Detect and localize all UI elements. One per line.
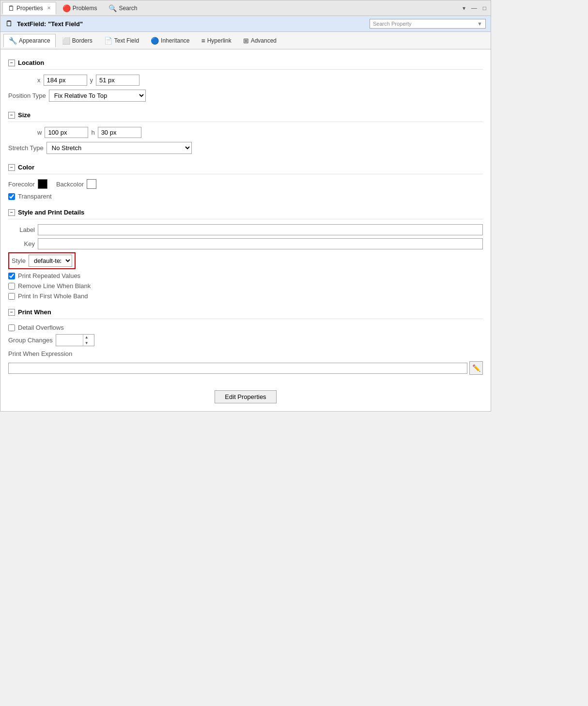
style-print-collapse-btn[interactable]: − <box>8 209 15 216</box>
print-when-expr-input[interactable] <box>8 363 467 374</box>
print-when-expr-row: Print When Expression <box>8 350 483 357</box>
label-field-row: Label <box>8 224 483 235</box>
search-property-placeholder: Search Property <box>373 21 411 27</box>
main-content: − Location x y Position Type Fix Relativ… <box>0 49 491 384</box>
tab-textfield[interactable]: 📄 Text Field <box>99 34 144 47</box>
position-type-select[interactable]: Fix Relative To Top Float Fix Relative T… <box>49 90 146 102</box>
tab-search[interactable]: 🔍 Search <box>103 2 142 15</box>
spinner-down-arrow[interactable]: ▼ <box>83 340 90 346</box>
w-input[interactable] <box>45 127 88 138</box>
edit-properties-button[interactable]: Edit Properties <box>215 390 276 403</box>
size-collapse-btn[interactable]: − <box>8 112 15 119</box>
remove-line-label: Remove Line When Blank <box>18 282 91 290</box>
tab-inheritance[interactable]: 🔵 Inheritance <box>145 34 195 47</box>
y-label: y <box>90 77 93 84</box>
tab-properties[interactable]: 🗒 Properties ✕ <box>2 2 56 15</box>
x-input[interactable] <box>44 75 87 86</box>
tab-borders[interactable]: ⬜ Borders <box>57 34 98 47</box>
color-collapse-btn[interactable]: − <box>8 164 15 171</box>
tab-hyperlink-label: Hyperlink <box>207 37 232 44</box>
key-field-row: Key <box>8 238 483 249</box>
print-when-section-label: Print When <box>18 308 51 316</box>
print-repeated-label: Print Repeated Values <box>18 272 80 279</box>
print-repeated-row: Print Repeated Values <box>8 272 483 279</box>
backcolor-swatch[interactable] <box>87 179 96 189</box>
title-row: 🗒 TextField: "Text Field" Search Propert… <box>0 16 491 32</box>
detail-overflows-label: Detail Overflows <box>18 324 64 331</box>
group-changes-input[interactable] <box>56 335 83 345</box>
search-tab-icon: 🔍 <box>108 4 117 12</box>
group-changes-spinner[interactable]: ▲ ▼ <box>56 334 94 346</box>
print-first-label: Print In First Whole Band <box>18 292 88 300</box>
window-maximize-btn[interactable]: □ <box>480 4 489 13</box>
backcolor-label: Backcolor <box>56 181 84 188</box>
style-print-section-label: Style and Print Details <box>18 209 84 216</box>
location-collapse-btn[interactable]: − <box>8 60 15 66</box>
tab-textfield-label: Text Field <box>114 37 139 44</box>
stretch-type-row: Stretch Type No Stretch Relative To Tall… <box>8 142 483 154</box>
appearance-tab-icon: 🔧 <box>9 37 17 45</box>
bottom-bar: Edit Properties <box>0 384 491 411</box>
color-section-header: − Color <box>8 160 483 174</box>
print-repeated-checkbox[interactable] <box>8 273 15 279</box>
detail-overflows-checkbox[interactable] <box>8 324 15 331</box>
inheritance-tab-icon: 🔵 <box>151 37 159 45</box>
forecolor-swatch[interactable] <box>38 179 47 189</box>
h-input[interactable] <box>98 127 141 138</box>
color-row: Forecolor Backcolor <box>8 179 483 189</box>
advanced-tab-icon: ⊞ <box>243 37 249 45</box>
location-section-header: − Location <box>8 55 483 70</box>
search-dropdown-icon[interactable]: ▼ <box>477 21 482 27</box>
y-input[interactable] <box>96 75 139 86</box>
property-tabs: 🔧 Appearance ⬜ Borders 📄 Text Field 🔵 In… <box>0 32 491 49</box>
textfield-tab-icon: 📄 <box>104 37 112 45</box>
remove-line-checkbox[interactable] <box>8 283 15 290</box>
transparent-row: Transparent <box>8 193 483 200</box>
label-field-input[interactable] <box>38 224 483 235</box>
search-property-box[interactable]: Search Property ▼ <box>370 19 486 29</box>
tab-problems-label: Problems <box>73 5 97 12</box>
spinner-arrows[interactable]: ▲ ▼ <box>83 335 90 346</box>
key-field-input[interactable] <box>38 238 483 249</box>
hyperlink-tab-icon: ≡ <box>201 37 205 45</box>
window-minimize-btn[interactable]: — <box>469 4 480 13</box>
print-first-row: Print In First Whole Band <box>8 292 483 300</box>
label-field-label: Label <box>8 226 35 233</box>
stretch-type-label: Stretch Type <box>8 144 44 152</box>
tab-search-label: Search <box>119 5 137 12</box>
style-select[interactable]: default-text default title subtitle <box>29 255 72 267</box>
tab-properties-close[interactable]: ✕ <box>47 5 51 11</box>
borders-tab-icon: ⬜ <box>62 37 70 45</box>
page-title: TextField: "Text Field" <box>17 20 366 28</box>
tab-inheritance-label: Inheritance <box>161 37 189 44</box>
size-section-label: Size <box>18 111 31 119</box>
textfield-icon: 🗒 <box>5 19 13 28</box>
color-section-label: Color <box>18 164 34 171</box>
tab-advanced[interactable]: ⊞ Advanced <box>238 34 282 47</box>
detail-overflows-row: Detail Overflows <box>8 324 483 331</box>
position-type-label: Position Type <box>8 92 46 99</box>
tab-properties-label: Properties <box>16 5 43 12</box>
tab-hyperlink[interactable]: ≡ Hyperlink <box>196 34 236 47</box>
print-first-checkbox[interactable] <box>8 293 15 300</box>
stretch-type-select[interactable]: No Stretch Relative To Tallest Object Re… <box>46 142 192 154</box>
group-changes-row: Group Changes ▲ ▼ <box>8 334 483 346</box>
tab-advanced-label: Advanced <box>251 37 277 44</box>
transparent-checkbox[interactable] <box>8 193 15 200</box>
tab-appearance[interactable]: 🔧 Appearance <box>3 34 56 47</box>
size-section-header: − Size <box>8 107 483 122</box>
tab-problems[interactable]: 🔴 Problems <box>57 2 103 15</box>
location-section-label: Location <box>18 59 44 66</box>
tab-borders-label: Borders <box>72 37 93 44</box>
print-when-expr-btn[interactable]: ✏️ <box>469 361 483 375</box>
x-label: x <box>37 77 41 84</box>
style-print-section-header: − Style and Print Details <box>8 205 483 219</box>
print-when-section-header: − Print When <box>8 305 483 319</box>
spinner-up-arrow[interactable]: ▲ <box>83 335 90 340</box>
expr-input-row: ✏️ <box>8 361 483 375</box>
remove-line-row: Remove Line When Blank <box>8 282 483 290</box>
print-when-collapse-btn[interactable]: − <box>8 309 15 316</box>
wh-coord-group: w h <box>8 127 483 138</box>
properties-tab-icon: 🗒 <box>8 4 15 12</box>
window-menu-btn[interactable]: ▾ <box>460 4 468 13</box>
